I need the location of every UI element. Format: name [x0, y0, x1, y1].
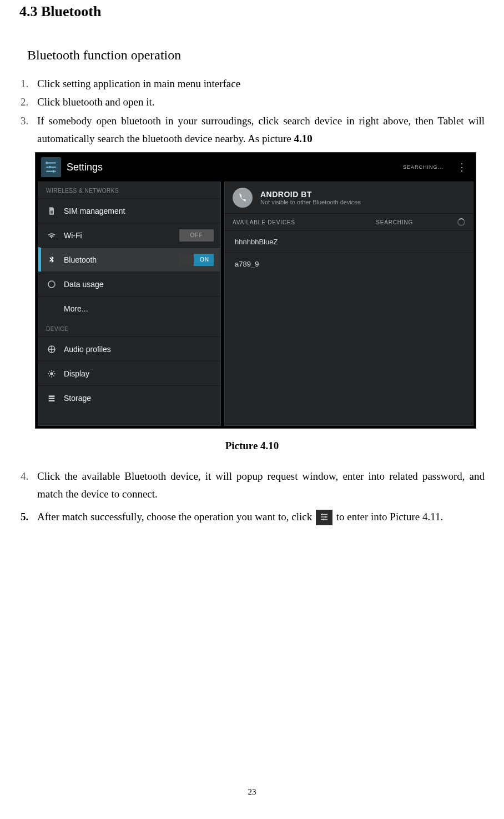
sidebar-item-sim-management[interactable]: SIM management	[38, 198, 220, 223]
step-text: Click the available Bluetooth device, it…	[37, 468, 485, 504]
sidebar-item-label: SIM management	[64, 207, 214, 215]
step-number: 2.	[21, 93, 37, 111]
bluetooth-settings-screenshot: Settings SEARCHING... ⋮ WIRELESS & NETWO…	[35, 152, 476, 429]
wifi-icon	[46, 230, 57, 241]
step-text: Click bluetooth and open it.	[37, 93, 485, 111]
wifi-toggle[interactable]: OFF	[179, 229, 214, 242]
data-usage-icon	[46, 279, 57, 290]
sidebar-item-audio-profiles[interactable]: Audio profiles	[38, 336, 220, 361]
step-number: 4.	[21, 468, 37, 504]
display-icon	[46, 368, 57, 379]
storage-icon	[46, 393, 57, 404]
svg-rect-12	[323, 519, 324, 520]
step-number: 1.	[21, 75, 37, 93]
available-label: AVAILABLE DEVICES	[233, 219, 295, 225]
step-5: 5. After match successfully, choose the …	[19, 508, 485, 526]
searching-status: SEARCHING...	[403, 164, 443, 170]
sidebar-item-data-usage[interactable]: Data usage	[38, 272, 220, 296]
sidebar-item-wifi[interactable]: Wi-Fi OFF	[38, 223, 220, 247]
sidebar-item-label: Storage	[64, 394, 214, 403]
svg-rect-9	[49, 400, 55, 401]
bluetooth-icon	[46, 254, 57, 265]
bluetooth-device-item[interactable]: a789_9	[225, 253, 473, 275]
svg-rect-3	[51, 210, 53, 213]
blank-icon	[46, 303, 57, 314]
step-number: 3.	[21, 112, 37, 148]
sidebar-item-storage[interactable]: Storage	[38, 385, 220, 410]
sidebar-item-more[interactable]: More...	[38, 296, 220, 320]
app-title: Settings	[67, 162, 103, 173]
category-device: DEVICE	[38, 320, 220, 336]
svg-rect-10	[322, 514, 323, 515]
sidebar-item-label: More...	[64, 304, 214, 313]
step-3: 3. If somebody open bluetooth in your su…	[19, 112, 485, 148]
step-number: 5.	[21, 508, 37, 526]
sidebar-item-display[interactable]: Display	[38, 361, 220, 385]
sidebar-item-label: Display	[64, 369, 214, 378]
sidebar-item-label: Wi-Fi	[64, 231, 173, 240]
svg-rect-11	[325, 516, 326, 518]
settings-app-icon	[41, 157, 61, 177]
sidebar-item-label: Data usage	[64, 280, 214, 289]
device-visibility: Not visible to other Bluetooth devices	[260, 199, 361, 205]
searching-label: SEARCHING	[376, 219, 413, 225]
category-wireless: WIRELESS & NETWORKS	[38, 182, 220, 198]
bluetooth-detail-pane: ANDROID BT Not visible to other Bluetoot…	[224, 182, 473, 426]
device-name: ANDROID BT	[260, 190, 361, 199]
available-devices-header: AVAILABLE DEVICES SEARCHING	[225, 213, 473, 230]
svg-rect-8	[49, 398, 55, 399]
svg-rect-1	[49, 166, 51, 168]
figure-caption: Picture 4.10	[19, 429, 485, 468]
bluetooth-device-item[interactable]: hhnhbhBlueZ	[225, 230, 473, 253]
svg-point-6	[50, 372, 53, 375]
phone-icon	[233, 188, 253, 208]
overflow-menu-icon[interactable]: ⋮	[453, 161, 470, 173]
sidebar-item-label: Audio profiles	[64, 345, 214, 354]
sim-icon	[46, 205, 57, 217]
step-text: If somebody open bluetooth in your surro…	[37, 112, 485, 148]
audio-icon	[46, 344, 57, 355]
bluetooth-toggle[interactable]: ON	[179, 254, 214, 266]
svg-rect-7	[49, 395, 55, 397]
loading-spinner-icon	[457, 218, 465, 226]
section-heading: 4.3 Bluetooth	[19, 0, 485, 37]
subheading: Bluetooth function operation	[19, 37, 485, 75]
step-2: 2. Click bluetooth and open it.	[19, 93, 485, 111]
sliders-settings-icon	[316, 510, 332, 525]
step-text: After match successfully, choose the ope…	[37, 508, 485, 526]
step-text: Click setting application in main menu i…	[37, 75, 485, 93]
step-1: 1. Click setting application in main men…	[19, 75, 485, 93]
svg-rect-0	[46, 162, 48, 164]
page-number: 23	[0, 787, 504, 797]
sidebar-item-bluetooth[interactable]: Bluetooth ON	[38, 247, 220, 272]
bluetooth-own-device[interactable]: ANDROID BT Not visible to other Bluetoot…	[225, 182, 473, 213]
svg-rect-2	[52, 170, 54, 173]
step-4: 4. Click the available Bluetooth device,…	[19, 468, 485, 504]
sidebar-item-label: Bluetooth	[64, 255, 173, 264]
settings-sidebar: WIRELESS & NETWORKS SIM management Wi-Fi…	[38, 182, 221, 426]
app-titlebar: Settings SEARCHING... ⋮	[36, 153, 476, 182]
